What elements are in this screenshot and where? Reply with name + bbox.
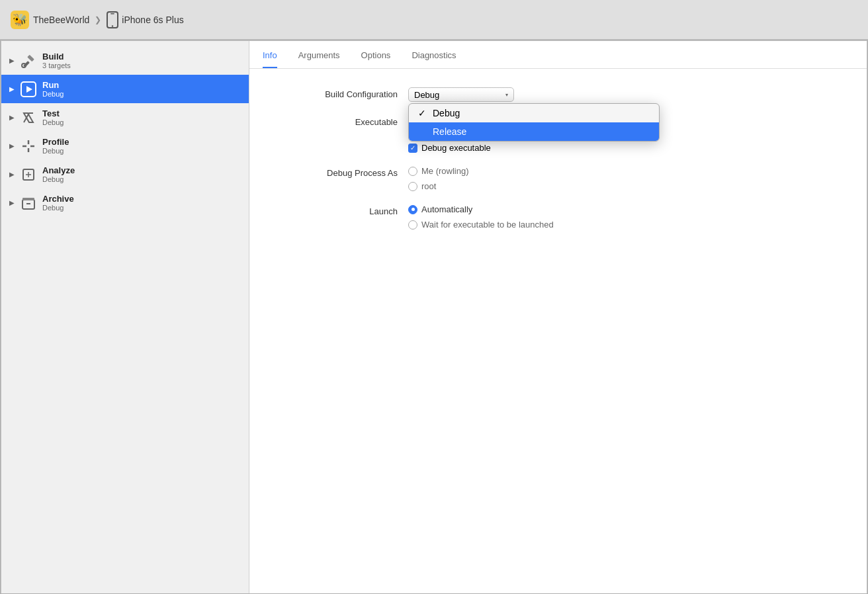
radio-row-automatically[interactable]: Automatically (408, 204, 554, 214)
svg-rect-4 (27, 54, 34, 62)
content-area: Info Arguments Options Diagnostics Build… (249, 41, 867, 594)
debug-checkmark: ✓ (418, 108, 429, 118)
run-icon-area (20, 81, 37, 98)
debug-process-label: Debug Process As (276, 166, 408, 181)
debug-executable-checkbox[interactable]: ✓ (408, 144, 417, 153)
svg-point-2 (112, 25, 113, 26)
build-configuration-value: Debug ▾ ✓ Debug Release (408, 87, 840, 102)
build-configuration-label: Build Configuration (276, 87, 408, 102)
radio-me-label: Me (rowling) (421, 166, 469, 176)
debug-executable-checkbox-wrap[interactable]: ✓ Debug executable (408, 143, 491, 153)
project-name: TheBeeWorld (33, 15, 89, 25)
tabs-bar: Info Arguments Options Diagnostics (249, 41, 867, 69)
build-icon (21, 54, 36, 68)
radio-automatically-label: Automatically (421, 204, 472, 214)
device-selector[interactable]: iPhone 6s Plus (107, 11, 183, 28)
dropdown-arrow-icon: ▾ (505, 92, 508, 98)
project-icon: 🐝 (11, 11, 29, 29)
test-chevron-icon: ▶ (9, 114, 15, 121)
sidebar-item-analyze[interactable]: ▶ Analyze Debug (1, 160, 249, 189)
debug-executable-text: Debug executable (421, 143, 491, 153)
profile-icon-area (20, 138, 37, 155)
debug-process-value: Me (rowling) root (408, 166, 840, 191)
device-name: iPhone 6s Plus (122, 15, 183, 25)
tab-diagnostics[interactable]: Diagnostics (412, 50, 456, 68)
sidebar-item-archive[interactable]: ▶ Archive Debug (1, 189, 249, 217)
archive-text: Archive Debug (42, 194, 74, 212)
analyze-icon (21, 167, 36, 182)
radio-row-wait[interactable]: Wait for executable to be launched (408, 220, 554, 230)
sidebar: ▶ Build 3 targets ▶ (1, 41, 249, 594)
radio-root[interactable] (408, 182, 417, 191)
breadcrumb-chevron: ❯ (95, 15, 101, 24)
radio-row-root[interactable]: root (408, 181, 469, 191)
sidebar-item-test[interactable]: ▶ Test Debug (1, 103, 249, 132)
debug-executable-row: ✓ Debug executable (276, 143, 840, 153)
svg-rect-14 (22, 198, 34, 200)
title-bar: 🐝 TheBeeWorld ❯ iPhone 6s Plus (0, 0, 868, 40)
radio-root-label: root (421, 181, 436, 191)
radio-row-me[interactable]: Me (rowling) (408, 166, 469, 176)
dropdown-current-value: Debug (414, 90, 439, 100)
test-icon-area (20, 109, 37, 126)
run-text: Run Debug (42, 80, 64, 98)
svg-rect-1 (110, 13, 114, 15)
device-icon (107, 11, 118, 28)
debug-process-row: Debug Process As Me (rowling) root (276, 166, 840, 191)
layout: ▶ Build 3 targets ▶ (1, 40, 867, 594)
build-text: Build 3 targets (42, 52, 71, 69)
release-label: Release (433, 126, 466, 137)
popup-release-item[interactable]: Release (409, 122, 659, 141)
run-icon (21, 81, 36, 97)
analyze-chevron-icon: ▶ (9, 171, 15, 178)
build-icon-wrap (20, 52, 37, 69)
launch-radio-group: Automatically Wait for executable to be … (408, 204, 554, 230)
launch-label: Launch (276, 204, 408, 219)
debug-executable-value: ✓ Debug executable (408, 143, 840, 153)
run-chevron-icon: ▶ (9, 85, 15, 93)
chevron-icon: ▶ (9, 57, 15, 64)
popup-debug-item[interactable]: ✓ Debug (409, 104, 659, 122)
tab-info[interactable]: Info (263, 50, 277, 68)
launch-row: Launch Automatically Wait for executable… (276, 204, 840, 230)
archive-icon (21, 196, 36, 210)
launch-value: Automatically Wait for executable to be … (408, 204, 840, 230)
sidebar-item-build[interactable]: ▶ Build 3 targets (1, 46, 249, 75)
archive-icon-area (20, 194, 37, 212)
radio-wait[interactable] (408, 220, 417, 230)
profile-icon (21, 139, 36, 153)
debug-label: Debug (433, 108, 460, 118)
profile-text: Profile Debug (42, 137, 69, 155)
radio-wait-label: Wait for executable to be launched (421, 220, 554, 230)
radio-automatically[interactable] (408, 205, 417, 214)
analyze-icon-area (20, 166, 37, 183)
sidebar-item-run[interactable]: ▶ Run Debug (1, 75, 249, 103)
debug-process-radio-group: Me (rowling) root (408, 166, 469, 191)
checkbox-check-icon: ✓ (410, 145, 415, 151)
test-icon (21, 110, 36, 125)
build-configuration-row: Build Configuration Debug ▾ ✓ Debug (276, 87, 840, 102)
build-configuration-popup: ✓ Debug Release (408, 103, 660, 142)
main-container: ▶ Build 3 targets ▶ (0, 40, 868, 594)
archive-chevron-icon: ▶ (9, 199, 15, 206)
executable-label: Executable (276, 115, 408, 130)
run-play-triangle (26, 86, 32, 93)
analyze-text: Analyze Debug (42, 165, 75, 183)
profile-chevron-icon: ▶ (9, 142, 15, 149)
sidebar-item-profile[interactable]: ▶ Profile Debug (1, 132, 249, 160)
settings-area: Build Configuration Debug ▾ ✓ Debug (249, 69, 867, 594)
tab-options[interactable]: Options (361, 50, 391, 68)
radio-me[interactable] (408, 167, 417, 176)
tab-arguments[interactable]: Arguments (298, 50, 340, 68)
build-configuration-dropdown[interactable]: Debug ▾ (408, 87, 514, 102)
test-text: Test Debug (42, 108, 64, 126)
